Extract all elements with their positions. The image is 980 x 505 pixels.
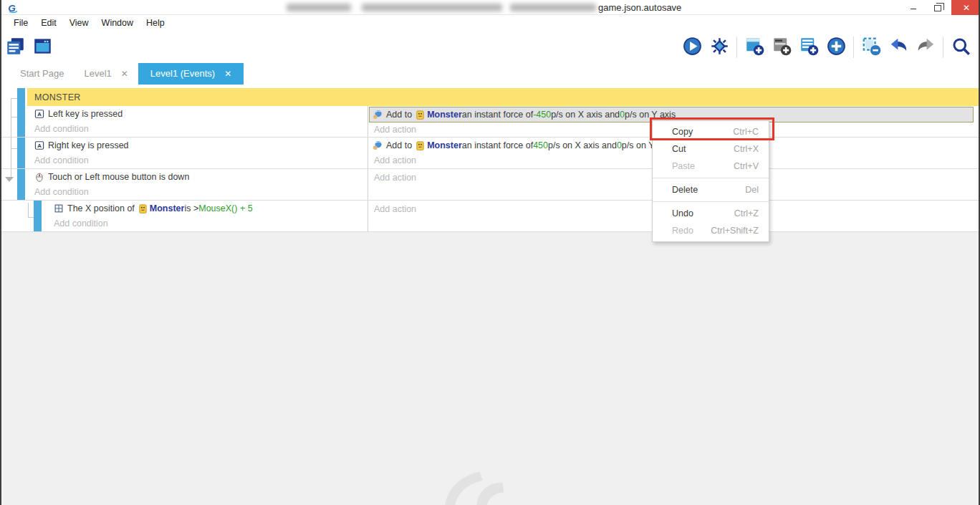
restore-button[interactable]	[926, 0, 950, 15]
tab-label: Level1 (Events)	[150, 63, 215, 85]
event-selection-bar[interactable]	[17, 106, 25, 137]
menu-item-shortcut: Ctrl+V	[734, 161, 759, 171]
parameter-value: MouseX() + 5	[198, 203, 252, 213]
tab-level1[interactable]: Level1✕	[74, 63, 138, 85]
add-comment-icon	[772, 37, 792, 59]
start-page-button[interactable]	[4, 37, 26, 58]
add-condition-link[interactable]: Add condition	[27, 122, 368, 137]
menu-item-redo: RedoCtrl+Shift+Z	[653, 222, 769, 239]
comment-header[interactable]: MONSTER	[27, 88, 979, 106]
add-subevent-button[interactable]	[798, 37, 820, 58]
monster-object-icon	[416, 141, 424, 150]
monster-object-icon	[416, 110, 424, 120]
svg-text:A: A	[37, 143, 42, 149]
event-selection-bar[interactable]	[17, 138, 25, 168]
condition-sentence[interactable]: Touch or Left mouse button is down	[27, 169, 368, 185]
redacted-title-segment	[510, 4, 596, 11]
sentence-text: Touch or Left mouse button is down	[48, 172, 189, 182]
svg-text:G: G	[8, 3, 16, 14]
window-title: game.json.autosave	[598, 0, 681, 15]
toolbar-left-group	[1, 32, 56, 63]
editor-background	[1, 232, 979, 505]
menubar-item-file[interactable]: File	[7, 15, 34, 32]
debug-icon	[710, 37, 729, 59]
menubar-item-window[interactable]: Window	[95, 15, 140, 32]
toolbar-right-group	[678, 32, 974, 63]
redo-button[interactable]	[915, 37, 936, 58]
menu-item-label: Paste	[672, 161, 695, 171]
tab-close-icon[interactable]: ✕	[121, 63, 128, 85]
conditions-cell: The X position of Monster is > MouseX() …	[27, 201, 368, 231]
conditions-cell: ALeft key is pressedAdd condition	[27, 106, 368, 137]
sentence-text: The X position of	[67, 203, 135, 213]
undo-button[interactable]	[888, 37, 909, 58]
toolbar-separator	[943, 37, 943, 58]
unselect-button[interactable]	[860, 37, 882, 58]
menubar-item-help[interactable]: Help	[140, 15, 171, 32]
debug-button[interactable]	[708, 37, 730, 58]
event-tree-line	[11, 148, 17, 149]
add-condition-link[interactable]: Add condition	[27, 216, 368, 231]
toolbar-separator	[736, 37, 737, 58]
menubar-item-view[interactable]: View	[63, 15, 95, 32]
event-selection-bar[interactable]	[17, 169, 25, 200]
menubar-item-edit[interactable]: Edit	[34, 15, 63, 32]
start-page-icon	[6, 37, 25, 59]
condition-sentence[interactable]: ALeft key is pressed	[27, 106, 368, 122]
keyboard-key-icon: A	[34, 109, 44, 119]
event-row: ALeft key is pressedAdd conditionAdd to …	[1, 106, 979, 138]
menu-item-label: Cut	[672, 144, 686, 154]
menu-separator	[653, 178, 769, 178]
menu-item-copy[interactable]: CopyCtrl+C	[653, 123, 769, 140]
menu-item-delete[interactable]: DeleteDel	[653, 181, 769, 198]
tab-bar: Start PageLevel1✕Level1 (Events)✕	[1, 63, 979, 85]
search-icon	[951, 37, 971, 59]
conditions-cell: ARight key is pressedAdd condition	[27, 138, 368, 168]
add-event-button[interactable]	[744, 37, 765, 58]
force-icon	[373, 110, 383, 120]
restore-icon	[934, 5, 941, 11]
play-icon	[683, 37, 702, 59]
event-row: ARight key is pressedAdd conditionAdd to…	[1, 138, 979, 169]
subevent-tree-line	[28, 203, 29, 217]
menu-item-shortcut: Ctrl+X	[734, 144, 759, 154]
tab-close-icon[interactable]: ✕	[224, 63, 231, 85]
sentence-text: an instant force of	[462, 140, 533, 150]
scene-editor-icon	[33, 37, 52, 59]
add-condition-link[interactable]: Add condition	[27, 185, 368, 200]
add-comment-button[interactable]	[771, 37, 792, 58]
menu-separator	[653, 201, 769, 202]
sentence-text: Add to	[386, 140, 412, 150]
position-icon	[54, 203, 64, 213]
play-button[interactable]	[681, 37, 703, 58]
scene-editor-button[interactable]	[32, 37, 53, 58]
add-other-event-button[interactable]	[825, 37, 847, 58]
condition-sentence[interactable]: ARight key is pressed	[27, 138, 368, 153]
undo-icon	[889, 37, 908, 59]
menu-item-undo[interactable]: UndoCtrl+Z	[653, 205, 769, 222]
gdevelop-logo-icon: G	[7, 1, 20, 14]
close-button[interactable]: ✕	[951, 0, 980, 15]
event-selection-bar[interactable]	[17, 88, 25, 106]
svg-text:A: A	[37, 111, 42, 117]
mouse-icon	[34, 172, 44, 182]
redo-icon	[916, 37, 936, 59]
expand-collapse-icon[interactable]	[5, 177, 14, 182]
monster-object-icon	[139, 204, 147, 213]
event-tree-line	[11, 98, 11, 178]
gdevelop-watermark-icon	[437, 468, 544, 505]
sentence-text: is >	[184, 203, 198, 213]
app-window: G game.json.autosave – ✕ FileEditViewWin…	[0, 0, 980, 505]
search-button[interactable]	[950, 37, 971, 58]
minimize-button[interactable]: –	[901, 0, 926, 15]
sentence-text: Right key is pressed	[48, 140, 129, 150]
menu-item-label: Delete	[672, 185, 698, 195]
condition-sentence[interactable]: The X position of Monster is > MouseX() …	[27, 201, 368, 216]
sentence-text: p/s on X axis and	[551, 110, 620, 120]
tab-label: Start Page	[20, 63, 64, 85]
tab-start-page[interactable]: Start Page	[10, 63, 74, 85]
comment-header-label: MONSTER	[34, 92, 81, 102]
add-condition-link[interactable]: Add condition	[27, 153, 368, 168]
tab-level1-events-[interactable]: Level1 (Events)✕	[138, 63, 244, 85]
menu-item-cut[interactable]: CutCtrl+X	[653, 140, 769, 158]
